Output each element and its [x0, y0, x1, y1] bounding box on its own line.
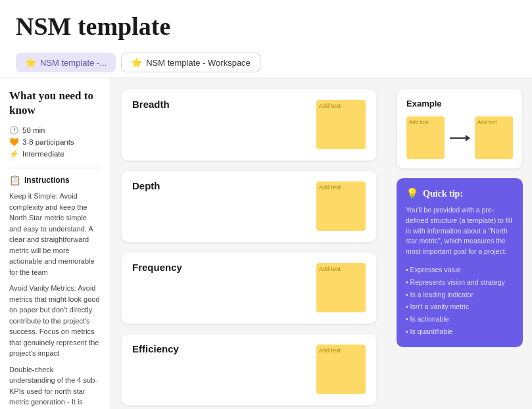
sidebar-heading: What you need to know: [9, 89, 101, 118]
depth-card: Depth Add text: [121, 170, 377, 243]
participants-text: 3-8 participants: [22, 138, 74, 146]
level-text: Intermediate: [22, 150, 64, 158]
depth-sticky-text: Add text: [316, 181, 366, 193]
example-section: Example Add text Add text: [397, 89, 523, 169]
instructions-text-1: Keep it Simple: Avoid complexity and kee…: [9, 191, 101, 277]
level-icon: ⚡: [9, 149, 19, 158]
breadth-sticky-text: Add text: [316, 100, 366, 112]
frequency-card: Frequency Add text: [121, 252, 377, 324]
cards-column: Breadth Add text Depth Add text Frequenc…: [110, 78, 387, 409]
quick-tip-text: You'll be provided with a pre-defined st…: [406, 205, 514, 257]
quick-tip-section: 💡 Quick tip: You'll be provided with a p…: [397, 178, 523, 347]
tab-nsm-template-1[interactable]: ⭐ NSM template -...: [16, 53, 116, 72]
meta-participants: 🧡 3-8 participants: [9, 137, 101, 147]
quick-tip-list-item: Is a leading indicator: [406, 289, 514, 301]
example-sticky-1[interactable]: Add text: [406, 116, 445, 159]
example-sticky-2-text: Add text: [475, 116, 513, 128]
meta-duration: 🕐 50 min: [9, 126, 101, 135]
efficiency-sticky[interactable]: Add text: [316, 345, 366, 394]
sidebar: What you need to know 🕐 50 min 🧡 3-8 par…: [0, 78, 110, 409]
quick-tip-list-item: Isn't a vanity metric: [406, 301, 514, 313]
main-layout: What you need to know 🕐 50 min 🧡 3-8 par…: [0, 78, 532, 409]
quick-tip-title: Quick tip:: [423, 189, 463, 199]
tab-nsm-workspace[interactable]: ⭐ NSM template - Workspace: [121, 53, 260, 72]
sidebar-meta: 🕐 50 min 🧡 3-8 participants ⚡ Intermedia…: [9, 126, 101, 158]
star-icon-2: ⭐: [131, 57, 142, 68]
efficiency-sticky-text: Add text: [316, 345, 366, 356]
clock-icon: 🕐: [9, 126, 19, 135]
lightbulb-icon: 💡: [406, 187, 419, 200]
quick-tip-list-item: Expresses value: [406, 264, 514, 276]
meta-level: ⚡ Intermediate: [9, 149, 101, 158]
page-title: NSM template: [0, 0, 532, 47]
example-title: Example: [406, 99, 513, 108]
breadth-sticky[interactable]: Add text: [316, 100, 366, 149]
frequency-sticky-text: Add text: [316, 263, 366, 275]
tab-1-label: NSM template -...: [40, 58, 107, 68]
instructions-text-2: Avoid Vanity Metrics: Avoid metrics that…: [9, 283, 101, 359]
breadth-card: Breadth Add text: [121, 89, 377, 161]
tab-bar: ⭐ NSM template -... ⭐ NSM template - Wor…: [0, 47, 532, 78]
instructions-label: Instructions: [24, 176, 70, 185]
divider-1: [9, 168, 101, 168]
participants-icon: 🧡: [9, 137, 19, 147]
example-sticky-row: Add text Add text: [406, 116, 513, 159]
star-icon-1: ⭐: [25, 57, 36, 68]
efficiency-card: Efficiency Add text: [121, 333, 377, 406]
instructions-text-3: Double-check understanding of the 4 sub-…: [9, 364, 101, 409]
example-sticky-2[interactable]: Add text: [475, 116, 513, 159]
frequency-sticky[interactable]: Add text: [316, 263, 366, 312]
quick-tip-header: 💡 Quick tip:: [406, 187, 514, 200]
depth-sticky[interactable]: Add text: [316, 181, 366, 231]
tab-2-label: NSM template - Workspace: [146, 58, 251, 68]
arrow-container: [450, 137, 470, 139]
quick-tip-list: Expresses valueRepresents vision and str…: [406, 264, 514, 338]
example-sticky-1-text: Add text: [406, 116, 445, 128]
quick-tip-list-item: Represents vision and strategy: [406, 276, 514, 289]
content-area: Breadth Add text Depth Add text Frequenc…: [110, 78, 532, 409]
duration-text: 50 min: [22, 126, 45, 134]
instructions-section: 📋 Instructions: [9, 175, 101, 185]
quick-tip-list-item: Is quantifiable: [406, 325, 514, 338]
right-panel: Example Add text Add text 💡: [387, 78, 532, 409]
instructions-icon: 📋: [9, 175, 20, 185]
quick-tip-list-item: Is actionable: [406, 313, 514, 325]
arrow-icon: [450, 137, 470, 139]
